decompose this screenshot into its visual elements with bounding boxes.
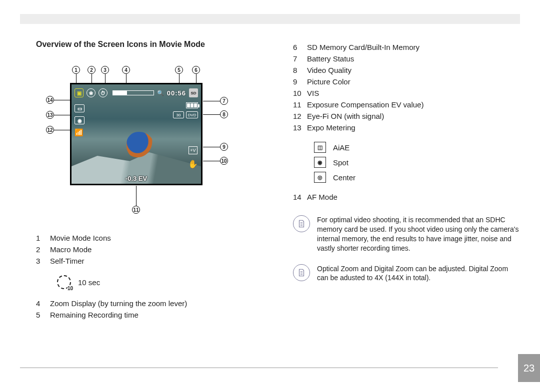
note-icon xyxy=(293,215,310,232)
callout: 14 xyxy=(46,96,54,104)
callout: 9 xyxy=(220,143,228,151)
list-text: Battery Status xyxy=(307,54,424,63)
center-icon: ◎ xyxy=(314,172,326,183)
list-num: 9 xyxy=(293,77,307,86)
lead xyxy=(196,74,196,83)
note-block: For optimal video shooting, it is recomm… xyxy=(293,215,520,253)
lead xyxy=(179,74,180,83)
list-text: Exposure Compensation EV value) xyxy=(307,100,424,109)
osd-right-col: 30 DVD xyxy=(173,102,198,118)
list-text: Remaining Recording time xyxy=(50,311,187,319)
list-num: 11 xyxy=(293,100,307,109)
self-timer-sublist: 10 10 sec xyxy=(57,275,263,289)
section-title: Overview of the Screen Icons in Movie Mo… xyxy=(36,40,263,49)
list-num: 5 xyxy=(36,311,50,319)
magnifier-icon: 🔍 xyxy=(157,90,164,96)
camera-lcd: ▣ ❀ ⏱ 🔍 00:56 SD 30 DVD +V xyxy=(70,83,202,185)
page-header-bar xyxy=(20,14,520,24)
vis-icon: ✋ xyxy=(188,159,198,169)
list-num: 14 xyxy=(293,193,307,201)
osd-top-row: ▣ ❀ ⏱ 🔍 00:56 SD xyxy=(74,87,198,98)
screen-diagram: ▣ ❀ ⏱ 🔍 00:56 SD 30 DVD +V xyxy=(36,61,246,221)
list-text: AF Mode xyxy=(307,193,338,201)
spot-icon: ◉ xyxy=(314,157,326,168)
list-num: 12 xyxy=(293,112,307,120)
right-list-2: 14AF Mode xyxy=(293,190,338,204)
callout: 5 xyxy=(175,66,183,74)
callout: 7 xyxy=(220,97,228,105)
video-quality-icon: DVD xyxy=(186,111,198,118)
lead xyxy=(203,101,220,101)
osd-side-low: +V ✋ xyxy=(188,146,198,169)
macro-icon: ❀ xyxy=(86,88,96,97)
list-text: Expo Metering xyxy=(307,123,424,132)
lead xyxy=(203,147,220,147)
callout: 13 xyxy=(46,111,54,119)
self-timer-icon: ⏱ xyxy=(98,88,108,97)
osd-left-col: ▭ ◉ 📶 xyxy=(74,104,84,136)
list-num: 10 xyxy=(293,89,307,97)
list-text: Zoom Display (by turning the zoom lever) xyxy=(50,299,187,308)
page-content: Overview of the Screen Icons in Movie Mo… xyxy=(36,40,520,322)
note-text: For optimal video shooting, it is recomm… xyxy=(317,215,520,253)
callout: 8 xyxy=(220,110,228,118)
sd-card-icon: SD xyxy=(189,88,198,97)
lead xyxy=(76,74,76,83)
list-num: 7 xyxy=(293,54,307,63)
list-num: 2 xyxy=(36,245,50,254)
sublist-label: AiAE xyxy=(333,143,350,152)
callout: 1 xyxy=(72,66,80,74)
right-column: 6SD Memory Card/Built-In Memory 7Battery… xyxy=(293,40,520,322)
callout: 3 xyxy=(101,66,109,74)
remaining-time: 00:56 xyxy=(167,89,186,97)
list-text: Macro Mode xyxy=(50,245,111,254)
lead xyxy=(92,74,92,83)
battery-icon xyxy=(186,102,198,108)
note-text: Optical Zoom and Digital Zoom can be adj… xyxy=(317,264,520,283)
lead xyxy=(136,186,136,206)
picture-color-icon: +V xyxy=(188,146,198,154)
callout: 10 xyxy=(220,157,228,165)
note-block: Optical Zoom and Digital Zoom can be adj… xyxy=(293,264,520,283)
lead xyxy=(126,74,126,83)
lead xyxy=(54,130,70,130)
ev-value: -0.3 EV xyxy=(126,175,147,182)
metering-sublist: ◫ AiAE ◉ Spot ◎ Center xyxy=(314,142,520,183)
list-num: 3 xyxy=(36,257,50,265)
callout: 6 xyxy=(192,66,200,74)
right-list: 6SD Memory Card/Built-In Memory 7Battery… xyxy=(293,40,424,135)
left-column: Overview of the Screen Icons in Movie Mo… xyxy=(36,40,263,322)
callout: 11 xyxy=(132,206,140,214)
fps-icon: 30 xyxy=(173,111,184,118)
list-num: 1 xyxy=(36,234,50,242)
list-text: SD Memory Card/Built-In Memory xyxy=(307,43,424,51)
list-text: Movie Mode Icons xyxy=(50,234,111,242)
sublist-label: Center xyxy=(333,173,356,182)
callout: 12 xyxy=(46,126,54,134)
list-num: 8 xyxy=(293,66,307,74)
list-text: Video Quality xyxy=(307,66,424,74)
lead xyxy=(54,100,70,100)
list-num: 4 xyxy=(36,299,50,308)
movie-mode-icon: ▣ xyxy=(74,88,84,97)
zoom-bar xyxy=(112,90,154,95)
list-text: Picture Color xyxy=(307,77,424,86)
page-number: 23 xyxy=(518,354,540,382)
callout: 4 xyxy=(122,66,130,74)
bird-graphic xyxy=(126,132,154,159)
af-mode-icon: ▭ xyxy=(74,104,84,112)
list-text: Eye-Fi ON (with signal) xyxy=(307,112,424,120)
sublist-label: Spot xyxy=(333,158,348,167)
list-num: 6 xyxy=(293,43,307,51)
aiae-icon: ◫ xyxy=(314,142,326,153)
left-list: 1Movie Mode Icons 2Macro Mode 3Self-Time… xyxy=(36,231,111,268)
lead xyxy=(203,161,220,161)
callout: 2 xyxy=(88,66,96,74)
lead xyxy=(203,114,220,115)
footer-rule xyxy=(20,368,498,368)
left-list-2: 4Zoom Display (by turning the zoom lever… xyxy=(36,296,187,322)
list-num: 13 xyxy=(293,123,307,132)
metering-icon: ◉ xyxy=(74,116,84,124)
list-text: Self-Timer xyxy=(50,257,111,265)
list-text: VIS xyxy=(307,89,424,97)
